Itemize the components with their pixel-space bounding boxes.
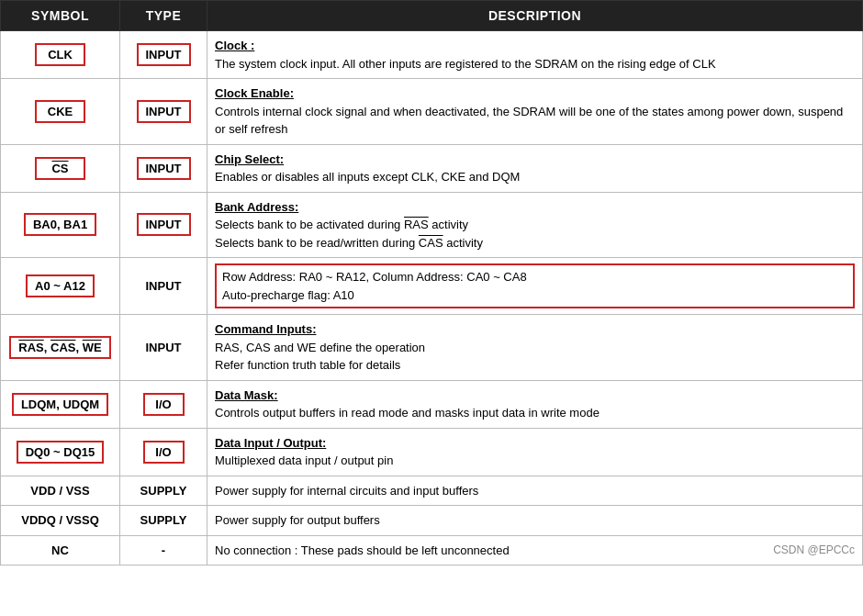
symbol-cke: CKE <box>35 100 85 123</box>
type-cell: INPUT <box>120 192 207 258</box>
type-vdd: SUPPLY <box>140 484 187 498</box>
symbol-ras: RAS, CAS, WE <box>9 336 110 359</box>
desc-cell: Data Input / Output: Multiplexed data in… <box>207 428 863 476</box>
symbol-cell: CLK <box>1 31 120 79</box>
header-description: DESCRIPTION <box>207 1 863 31</box>
type-cell: INPUT <box>120 315 207 381</box>
desc-title-dq: Data Input / Output: <box>215 436 326 450</box>
table-row: DQ0 ~ DQ15 I/O Data Input / Output: Mult… <box>1 428 863 476</box>
type-cell: INPUT <box>120 79 207 145</box>
type-dq: I/O <box>143 441 185 464</box>
desc-body-ba-1: Selects bank to be activated during RAS … <box>215 218 468 231</box>
desc-cell: Data Mask: Controls output buffers in re… <box>207 380 863 428</box>
desc-cell: No connection : These pads should be lef… <box>207 535 863 566</box>
type-cell: SUPPLY <box>120 476 207 506</box>
type-cell: I/O <box>120 428 207 476</box>
type-vddq: SUPPLY <box>140 513 187 527</box>
symbol-a: A0 ~ A12 <box>26 274 95 297</box>
table-row: NC - No connection : These pads should b… <box>1 535 863 566</box>
desc-body-ras-2: Refer function truth table for details <box>215 358 400 372</box>
desc-body-dqm: Controls output buffers in read mode and… <box>215 406 600 420</box>
table-row: BA0, BA1 INPUT Bank Address: Selects ban… <box>1 192 863 258</box>
desc-body-ba-2: Selects bank to be read/written during C… <box>215 236 483 250</box>
symbol-cell: VDDQ / VSSQ <box>1 506 120 536</box>
symbol-clk: CLK <box>35 43 85 66</box>
symbol-vdd: VDD / VSS <box>30 484 89 498</box>
desc-title-cs: Chip Select: <box>215 152 284 166</box>
desc-body-nc: No connection : These pads should be lef… <box>215 543 510 557</box>
footer-label: CSDN @EPCCc <box>773 542 855 558</box>
symbol-cell: LDQM, UDQM <box>1 380 120 428</box>
table-row: VDDQ / VSSQ SUPPLY Power supply for outp… <box>1 506 863 536</box>
symbol-dqm: LDQM, UDQM <box>12 393 108 416</box>
desc-cell: Clock : The system clock input. All othe… <box>207 31 863 79</box>
type-cell: - <box>120 535 207 566</box>
table-row: CKE INPUT Clock Enable: Controls interna… <box>1 79 863 145</box>
type-nc: - <box>162 543 165 557</box>
symbol-cell: DQ0 ~ DQ15 <box>1 428 120 476</box>
symbol-vddq: VDDQ / VSSQ <box>21 513 99 527</box>
symbol-dq: DQ0 ~ DQ15 <box>17 441 105 464</box>
desc-body-vdd: Power supply for internal circuits and i… <box>215 484 478 498</box>
type-cell: SUPPLY <box>120 506 207 536</box>
desc-title-clk: Clock : <box>215 39 254 52</box>
desc-cell: Clock Enable: Controls internal clock si… <box>207 79 863 145</box>
desc-box-a: Row Address: RA0 ~ RA12, Column Address:… <box>215 263 855 308</box>
header-symbol: SYMBOL <box>1 1 120 31</box>
symbol-nc: NC <box>51 543 69 557</box>
desc-cell: Bank Address: Selects bank to be activat… <box>207 192 863 258</box>
pin-description-table: SYMBOL TYPE DESCRIPTION CLK INPUT Clock … <box>0 0 863 566</box>
desc-title-ba: Bank Address: <box>215 200 298 214</box>
table-row: LDQM, UDQM I/O Data Mask: Controls outpu… <box>1 380 863 428</box>
desc-title-cke: Clock Enable: <box>215 86 294 100</box>
symbol-cell: VDD / VSS <box>1 476 120 506</box>
type-clk: INPUT <box>137 43 191 66</box>
table-row: RAS, CAS, WE INPUT Command Inputs: RAS, … <box>1 315 863 381</box>
type-cell: I/O <box>120 380 207 428</box>
desc-body-a: Auto-precharge flag: A10 <box>222 288 354 302</box>
desc-body-cs: Enables or disables all inputs except CL… <box>215 170 520 184</box>
table-row: A0 ~ A12 INPUT Row Address: RA0 ~ RA12, … <box>1 258 863 315</box>
type-cke: INPUT <box>137 100 191 123</box>
header-type: TYPE <box>120 1 207 31</box>
type-a: INPUT <box>146 279 182 293</box>
type-cell: INPUT <box>120 258 207 315</box>
symbol-cell: A0 ~ A12 <box>1 258 120 315</box>
symbol-cell: CS <box>1 144 120 192</box>
table-row: VDD / VSS SUPPLY Power supply for intern… <box>1 476 863 506</box>
desc-cell: Chip Select: Enables or disables all inp… <box>207 144 863 192</box>
table-row: CLK INPUT Clock : The system clock input… <box>1 31 863 79</box>
desc-cell: Power supply for internal circuits and i… <box>207 476 863 506</box>
desc-title-dqm: Data Mask: <box>215 388 278 402</box>
desc-title-ras: Command Inputs: <box>215 322 317 336</box>
desc-body-vddq: Power supply for output buffers <box>215 513 380 527</box>
desc-cell: Power supply for output buffers <box>207 506 863 536</box>
symbol-cell: RAS, CAS, WE <box>1 315 120 381</box>
type-cell: INPUT <box>120 31 207 79</box>
desc-cell: Row Address: RA0 ~ RA12, Column Address:… <box>207 258 863 315</box>
symbol-cell: BA0, BA1 <box>1 192 120 258</box>
desc-title-a: Row Address: RA0 ~ RA12, Column Address:… <box>222 270 527 284</box>
table-row: CS INPUT Chip Select: Enables or disable… <box>1 144 863 192</box>
type-cell: INPUT <box>120 144 207 192</box>
desc-body-ras-1: RAS, CAS and WE define the operation <box>215 341 425 354</box>
symbol-cell: CKE <box>1 79 120 145</box>
type-ras: INPUT <box>146 341 182 354</box>
symbol-ba: BA0, BA1 <box>24 213 96 236</box>
type-cs: INPUT <box>137 157 191 180</box>
desc-cell: Command Inputs: RAS, CAS and WE define t… <box>207 315 863 381</box>
desc-body-dq: Multiplexed data input / output pin <box>215 454 393 467</box>
type-dqm: I/O <box>143 393 185 416</box>
symbol-cell: NC <box>1 535 120 566</box>
desc-body-clk: The system clock input. All other inputs… <box>215 57 716 71</box>
type-ba: INPUT <box>137 213 191 236</box>
symbol-cs: CS <box>35 157 85 180</box>
desc-body-cke: Controls internal clock signal and when … <box>215 105 843 137</box>
